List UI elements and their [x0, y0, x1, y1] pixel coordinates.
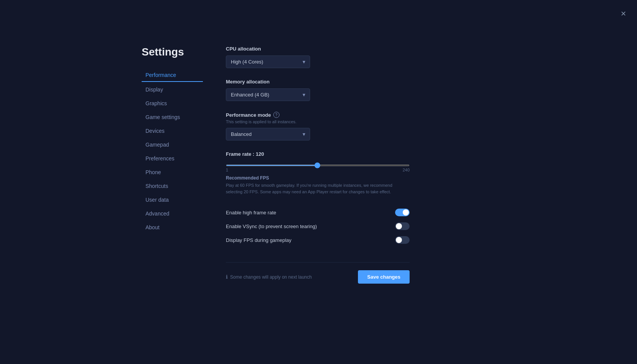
- footer-info-icon: ℹ: [226, 274, 228, 280]
- slider-min-label: 1: [226, 168, 228, 172]
- recommended-fps-title: Recommended FPS: [226, 175, 410, 181]
- main-content: CPU allocation Low (1 Core) Medium (2 Co…: [226, 46, 410, 284]
- memory-allocation-section: Memory allocation Low (1 GB) Standard (2…: [226, 79, 410, 101]
- toggle-label-display-fps: Display FPS during gameplay: [226, 237, 291, 243]
- close-icon: ✕: [621, 10, 626, 18]
- sidebar-item-about[interactable]: About: [142, 221, 203, 233]
- performance-mode-label: Performance mode: [226, 112, 271, 118]
- toggle-knob-display-fps: [396, 237, 402, 243]
- footer-note: ℹ Some changes will apply on next launch: [226, 274, 312, 280]
- toggle-vsync[interactable]: [395, 222, 410, 230]
- memory-select-wrapper: Low (1 GB) Standard (2 GB) Enhanced (4 G…: [226, 88, 310, 101]
- cpu-allocation-select[interactable]: Low (1 Core) Medium (2 Cores) High (4 Co…: [226, 55, 310, 68]
- sidebar: Performance Display Graphics Game settin…: [142, 69, 203, 233]
- memory-allocation-label: Memory allocation: [226, 79, 410, 85]
- cpu-select-wrapper: Low (1 Core) Medium (2 Cores) High (4 Co…: [226, 55, 310, 68]
- sidebar-item-display[interactable]: Display: [142, 83, 203, 96]
- close-button[interactable]: ✕: [617, 8, 629, 20]
- sidebar-item-game-settings[interactable]: Game settings: [142, 111, 203, 123]
- toggles-section: Enable high frame rate Enable VSync (to …: [226, 206, 410, 247]
- sidebar-item-phone[interactable]: Phone: [142, 166, 203, 178]
- toggle-row-high-frame-rate: Enable high frame rate: [226, 206, 410, 219]
- sidebar-item-user-data[interactable]: User data: [142, 194, 203, 206]
- frame-rate-label: Frame rate : 120: [226, 151, 410, 157]
- page-title: Settings: [142, 46, 203, 58]
- footer-row: ℹ Some changes will apply on next launch…: [226, 262, 410, 284]
- sidebar-item-performance[interactable]: Performance: [142, 69, 203, 82]
- toggle-knob-high-frame-rate: [403, 209, 409, 215]
- cpu-allocation-label: CPU allocation: [226, 46, 410, 52]
- sidebar-item-graphics[interactable]: Graphics: [142, 97, 203, 109]
- performance-mode-info-icon[interactable]: ?: [273, 112, 279, 118]
- frame-rate-section: Frame rate : 120 1 240 Recommended FPS P…: [226, 151, 410, 195]
- footer-note-text: Some changes will apply on next launch: [230, 274, 312, 280]
- cpu-allocation-section: CPU allocation Low (1 Core) Medium (2 Co…: [226, 46, 410, 68]
- toggle-label-high-frame-rate: Enable high frame rate: [226, 210, 276, 215]
- save-changes-button[interactable]: Save changes: [358, 270, 410, 284]
- frame-rate-slider[interactable]: [226, 165, 410, 166]
- toggle-label-vsync: Enable VSync (to prevent screen tearing): [226, 224, 317, 229]
- toggle-row-display-fps: Display FPS during gameplay: [226, 233, 410, 247]
- toggle-knob-vsync: [396, 223, 402, 229]
- sidebar-item-shortcuts[interactable]: Shortcuts: [142, 180, 203, 192]
- toggle-high-frame-rate[interactable]: [395, 209, 410, 216]
- toggle-display-fps[interactable]: [395, 236, 410, 244]
- performance-mode-select-wrapper: Power Saver Balanced High Performance ▼: [226, 128, 310, 140]
- slider-max-label: 240: [403, 168, 410, 172]
- sidebar-item-gamepad[interactable]: Gamepad: [142, 139, 203, 151]
- performance-mode-select[interactable]: Power Saver Balanced High Performance: [226, 128, 310, 140]
- recommended-fps-text: Play at 60 FPS for smooth gameplay. If y…: [226, 182, 410, 195]
- performance-mode-section: Performance mode ? This setting is appli…: [226, 112, 410, 140]
- sidebar-item-devices[interactable]: Devices: [142, 125, 203, 137]
- sidebar-item-advanced[interactable]: Advanced: [142, 207, 203, 220]
- toggle-row-vsync: Enable VSync (to prevent screen tearing): [226, 219, 410, 233]
- memory-allocation-select[interactable]: Low (1 GB) Standard (2 GB) Enhanced (4 G…: [226, 88, 310, 101]
- performance-mode-label-row: Performance mode ?: [226, 112, 410, 118]
- sidebar-item-preferences[interactable]: Preferences: [142, 152, 203, 165]
- performance-mode-hint: This setting is applied to all instances…: [226, 119, 410, 124]
